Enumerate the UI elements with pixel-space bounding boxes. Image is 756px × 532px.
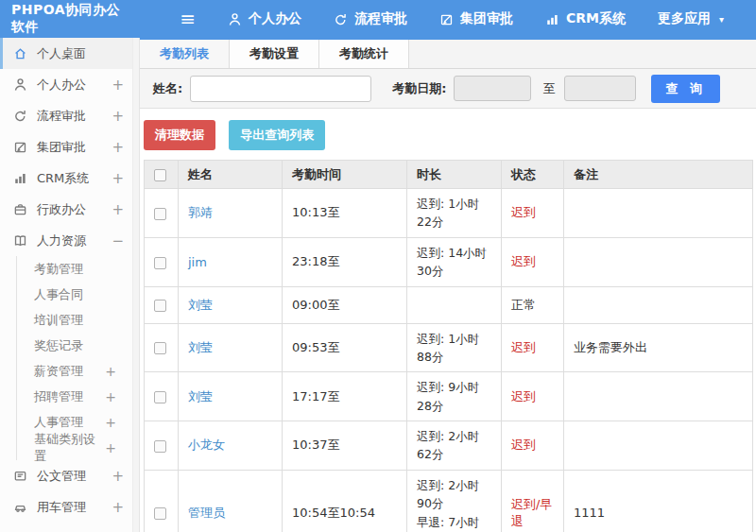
- main-content: 考勤列表 考勤设置 考勤统计 姓名: 考勤日期: 至 查 询 清理数据 导出查询…: [140, 38, 756, 532]
- submenu-item-label: 考勤管理: [34, 261, 116, 278]
- search-button[interactable]: 查 询: [651, 75, 720, 103]
- topbar-item-personal-office[interactable]: 个人办公: [228, 10, 301, 27]
- sidebar-item-vehicle-management[interactable]: 用车管理 +: [0, 491, 139, 523]
- employee-name-link[interactable]: jim: [188, 255, 207, 269]
- edit-icon: [13, 140, 28, 154]
- sidebar-item-label: CRM系统: [37, 170, 112, 187]
- expand-toggle[interactable]: +: [105, 364, 116, 379]
- table-row: 郭靖 10:13至 迟到: 1小时22分 迟到: [145, 189, 753, 238]
- table-row: 小龙女 10:37至 迟到: 2小时62分 迟到: [145, 421, 753, 471]
- book-icon: [13, 233, 28, 248]
- row-checkbox[interactable]: [154, 257, 166, 269]
- name-filter-input[interactable]: [190, 76, 371, 102]
- status-badge: 迟到: [511, 205, 536, 219]
- col-header-status: 状态: [502, 161, 564, 189]
- expand-toggle[interactable]: +: [105, 440, 116, 455]
- bar-chart-icon: [545, 12, 559, 26]
- duration-late: 迟到: 2小时90分: [417, 476, 491, 513]
- employee-name-link[interactable]: 刘莹: [188, 389, 213, 403]
- briefcase-icon: [13, 202, 28, 216]
- row-checkbox[interactable]: [154, 391, 166, 403]
- export-list-button[interactable]: 导出查询列表: [229, 120, 325, 150]
- topbar-item-crm[interactable]: CRM系统: [545, 10, 626, 27]
- sidebar-item-label: 公文管理: [37, 468, 112, 485]
- expand-toggle[interactable]: +: [112, 468, 124, 485]
- name-filter-label: 姓名:: [153, 80, 182, 97]
- row-checkbox[interactable]: [154, 342, 166, 354]
- tab-attendance-statistics[interactable]: 考勤统计: [319, 40, 409, 68]
- expand-toggle[interactable]: +: [112, 170, 124, 187]
- employee-name-link[interactable]: 刘莹: [188, 298, 213, 312]
- clean-data-button[interactable]: 清理数据: [144, 120, 215, 150]
- topbar-item-group-approval[interactable]: 集团审批: [439, 10, 513, 27]
- sidebar-item-document-management[interactable]: 公文管理 +: [0, 460, 139, 491]
- sidebar-item-label: 用车管理: [37, 499, 112, 516]
- remark-cell: [564, 372, 753, 421]
- row-checkbox[interactable]: [154, 300, 166, 312]
- sidebar-item-human-resources[interactable]: 人力资源 −: [0, 225, 139, 256]
- edit-icon: [439, 12, 454, 26]
- date-from-input[interactable]: [454, 76, 531, 101]
- person-icon: [228, 12, 242, 26]
- sidebar-item-label: 个人办公: [37, 77, 112, 94]
- employee-name-link[interactable]: 管理员: [188, 506, 225, 520]
- duration-late: 迟到: 14小时30分: [417, 244, 491, 281]
- submenu-item-salary-management[interactable]: 薪资管理 +: [17, 358, 139, 384]
- expand-toggle[interactable]: +: [112, 201, 124, 218]
- sidebar-item-administration[interactable]: 行政办公 +: [0, 194, 139, 225]
- sidebar-item-crm[interactable]: CRM系统 +: [0, 163, 139, 194]
- submenu-item-attendance-management[interactable]: 考勤管理: [17, 256, 139, 282]
- submenu-item-label: 奖惩记录: [34, 337, 116, 354]
- submenu-item-label: 培训管理: [34, 312, 116, 329]
- document-icon: [13, 469, 28, 483]
- sidebar-item-label: 流程审批: [37, 108, 112, 125]
- sidebar-item-label: 集团审批: [37, 139, 112, 156]
- sidebar-scrollbar[interactable]: [132, 38, 139, 532]
- select-all-checkbox[interactable]: [154, 169, 166, 181]
- collapse-toggle[interactable]: −: [112, 232, 124, 249]
- row-checkbox[interactable]: [154, 208, 166, 220]
- attendance-time: 09:00至: [283, 286, 407, 323]
- expand-toggle[interactable]: +: [105, 415, 116, 430]
- menu-toggle-icon[interactable]: ≡: [180, 9, 196, 28]
- employee-name-link[interactable]: 刘莹: [188, 340, 213, 354]
- workflow-icon: [334, 12, 348, 26]
- topbar-item-more-apps[interactable]: 更多应用 ▾: [658, 10, 724, 27]
- submenu-item-hr-contracts[interactable]: 人事合同: [17, 282, 139, 307]
- attendance-time: 10:54至10:54: [283, 470, 407, 532]
- duration-early-leave: 早退: 7小时10分: [417, 513, 491, 532]
- sidebar-item-label: 人力资源: [37, 232, 112, 249]
- expand-toggle[interactable]: +: [112, 499, 124, 516]
- col-header-time: 考勤时间: [283, 161, 407, 189]
- filter-bar: 姓名: 考勤日期: 至 查 询: [140, 69, 756, 109]
- employee-name-link[interactable]: 小龙女: [188, 438, 225, 452]
- date-to-input[interactable]: [564, 76, 636, 101]
- duration-late: 迟到: 9小时28分: [417, 378, 491, 415]
- submenu-item-label: 人事管理: [34, 414, 105, 431]
- tab-strip: 考勤列表 考勤设置 考勤统计: [140, 38, 756, 69]
- sidebar-item-personal-desktop[interactable]: 个人桌面: [0, 38, 139, 69]
- attendance-time: 10:13至: [283, 189, 407, 238]
- topbar-item-workflow-approval[interactable]: 流程审批: [334, 10, 407, 27]
- row-checkbox[interactable]: [154, 507, 166, 520]
- expand-toggle[interactable]: +: [105, 389, 116, 404]
- employee-name-link[interactable]: 郭靖: [188, 205, 213, 219]
- sidebar-item-personal-office[interactable]: 个人办公 +: [0, 69, 139, 100]
- bar-chart-icon: [13, 171, 28, 185]
- tab-attendance-list[interactable]: 考勤列表: [140, 40, 230, 68]
- sidebar-item-workflow-approval[interactable]: 流程审批 +: [0, 100, 139, 131]
- submenu-item-recruitment-management[interactable]: 招聘管理 +: [17, 384, 139, 409]
- attendance-table: 姓名 考勤时间 时长 状态 备注 郭靖 10:13至 迟到: 1小时22分 迟到…: [144, 160, 753, 532]
- status-badge: 迟到: [511, 438, 536, 452]
- submenu-item-rewards-records[interactable]: 奖惩记录: [17, 333, 139, 358]
- submenu-item-base-category-settings[interactable]: 基础类别设置 +: [17, 435, 139, 460]
- row-checkbox[interactable]: [154, 440, 166, 453]
- tab-attendance-settings[interactable]: 考勤设置: [230, 40, 319, 68]
- remark-cell: [564, 189, 753, 238]
- table-row: 管理员 10:54至10:54 迟到: 2小时90分 早退: 7小时10分 迟到…: [145, 470, 753, 532]
- expand-toggle[interactable]: +: [112, 139, 124, 156]
- submenu-item-training-management[interactable]: 培训管理: [17, 307, 139, 333]
- expand-toggle[interactable]: +: [112, 77, 124, 94]
- sidebar-item-group-approval[interactable]: 集团审批 +: [0, 131, 139, 163]
- expand-toggle[interactable]: +: [112, 108, 124, 125]
